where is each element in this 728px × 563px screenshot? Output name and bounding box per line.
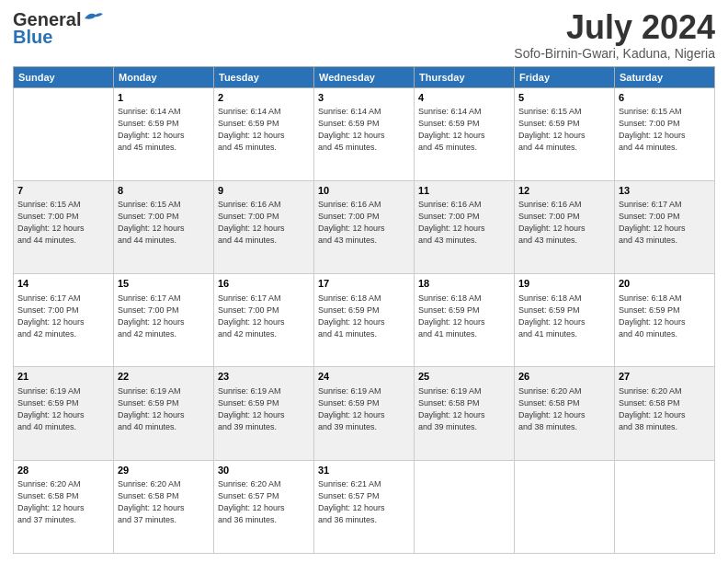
calendar-cell: 5Sunrise: 6:15 AM Sunset: 6:59 PM Daylig… [515,87,615,180]
calendar-cell [615,460,715,553]
calendar-cell: 6Sunrise: 6:15 AM Sunset: 7:00 PM Daylig… [615,87,715,180]
calendar-cell [515,460,615,553]
day-number: 15 [118,277,210,291]
calendar-header-monday: Monday [114,66,214,87]
day-info: Sunrise: 6:18 AM Sunset: 6:59 PM Dayligh… [518,293,610,340]
calendar-header-friday: Friday [515,66,615,87]
day-number: 28 [17,464,109,477]
day-info: Sunrise: 6:20 AM Sunset: 6:58 PM Dayligh… [619,385,711,433]
calendar-week-row: 7Sunrise: 6:15 AM Sunset: 7:00 PM Daylig… [14,180,715,273]
day-number: 14 [17,277,109,291]
day-info: Sunrise: 6:19 AM Sunset: 6:59 PM Dayligh… [118,385,210,433]
calendar-cell: 16Sunrise: 6:17 AM Sunset: 7:00 PM Dayli… [214,274,314,367]
day-info: Sunrise: 6:16 AM Sunset: 7:00 PM Dayligh… [418,199,510,247]
day-info: Sunrise: 6:21 AM Sunset: 6:57 PM Dayligh… [318,478,410,526]
day-info: Sunrise: 6:15 AM Sunset: 6:59 PM Dayligh… [518,106,610,154]
calendar-cell: 21Sunrise: 6:19 AM Sunset: 6:59 PM Dayli… [14,367,114,460]
day-number: 7 [17,184,109,198]
day-number: 1 [118,91,210,105]
calendar-header-tuesday: Tuesday [214,66,314,87]
calendar-cell: 27Sunrise: 6:20 AM Sunset: 6:58 PM Dayli… [615,367,715,460]
day-info: Sunrise: 6:14 AM Sunset: 6:59 PM Dayligh… [218,106,310,154]
calendar-cell: 20Sunrise: 6:18 AM Sunset: 6:59 PM Dayli… [615,274,715,367]
calendar-week-row: 28Sunrise: 6:20 AM Sunset: 6:58 PM Dayli… [14,460,715,553]
day-number: 2 [218,91,310,105]
day-number: 9 [218,184,310,198]
day-info: Sunrise: 6:19 AM Sunset: 6:58 PM Dayligh… [418,385,510,433]
calendar-cell: 3Sunrise: 6:14 AM Sunset: 6:59 PM Daylig… [314,87,415,180]
day-info: Sunrise: 6:16 AM Sunset: 7:00 PM Dayligh… [518,199,610,247]
day-number: 18 [418,277,510,291]
day-number: 23 [218,370,310,384]
day-number: 26 [518,370,610,384]
calendar-cell: 31Sunrise: 6:21 AM Sunset: 6:57 PM Dayli… [314,460,415,553]
calendar-cell: 25Sunrise: 6:19 AM Sunset: 6:58 PM Dayli… [415,367,515,460]
day-info: Sunrise: 6:17 AM Sunset: 7:00 PM Dayligh… [17,293,109,340]
day-number: 10 [318,184,410,198]
calendar-cell: 28Sunrise: 6:20 AM Sunset: 6:58 PM Dayli… [14,460,114,553]
logo: General Blue [13,9,103,48]
day-number: 8 [118,184,210,198]
day-info: Sunrise: 6:18 AM Sunset: 6:59 PM Dayligh… [318,293,410,340]
calendar-cell: 29Sunrise: 6:20 AM Sunset: 6:58 PM Dayli… [114,460,214,553]
calendar-cell: 17Sunrise: 6:18 AM Sunset: 6:59 PM Dayli… [314,274,415,367]
calendar-week-row: 21Sunrise: 6:19 AM Sunset: 6:59 PM Dayli… [14,367,715,460]
calendar-cell: 30Sunrise: 6:20 AM Sunset: 6:57 PM Dayli… [214,460,314,553]
calendar-cell: 15Sunrise: 6:17 AM Sunset: 7:00 PM Dayli… [114,274,214,367]
day-info: Sunrise: 6:14 AM Sunset: 6:59 PM Dayligh… [118,106,210,154]
calendar-cell: 10Sunrise: 6:16 AM Sunset: 7:00 PM Dayli… [314,180,415,273]
calendar-week-row: 1Sunrise: 6:14 AM Sunset: 6:59 PM Daylig… [14,87,715,180]
day-info: Sunrise: 6:18 AM Sunset: 6:59 PM Dayligh… [619,293,711,340]
day-info: Sunrise: 6:16 AM Sunset: 7:00 PM Dayligh… [218,199,310,247]
day-number: 19 [518,277,610,291]
calendar-cell: 22Sunrise: 6:19 AM Sunset: 6:59 PM Dayli… [114,367,214,460]
calendar-cell: 19Sunrise: 6:18 AM Sunset: 6:59 PM Dayli… [515,274,615,367]
day-info: Sunrise: 6:18 AM Sunset: 6:59 PM Dayligh… [418,293,510,340]
calendar-header-saturday: Saturday [615,66,715,87]
day-info: Sunrise: 6:20 AM Sunset: 6:58 PM Dayligh… [17,478,109,526]
day-number: 24 [318,370,410,384]
day-number: 20 [619,277,711,291]
day-number: 3 [318,91,410,105]
day-info: Sunrise: 6:17 AM Sunset: 7:00 PM Dayligh… [118,293,210,340]
calendar-cell: 11Sunrise: 6:16 AM Sunset: 7:00 PM Dayli… [415,180,515,273]
calendar-cell: 9Sunrise: 6:16 AM Sunset: 7:00 PM Daylig… [214,180,314,273]
page: General Blue July 2024 Sofo-Birnin-Gwari… [0,0,728,563]
title-block: July 2024 Sofo-Birnin-Gwari, Kaduna, Nig… [514,9,715,61]
location-subtitle: Sofo-Birnin-Gwari, Kaduna, Nigeria [514,46,715,61]
day-number: 29 [118,464,210,477]
calendar-cell: 23Sunrise: 6:19 AM Sunset: 6:59 PM Dayli… [214,367,314,460]
logo-blue: Blue [13,27,52,48]
day-number: 25 [418,370,510,384]
day-info: Sunrise: 6:20 AM Sunset: 6:58 PM Dayligh… [118,478,210,526]
day-number: 6 [619,91,711,105]
calendar-cell: 1Sunrise: 6:14 AM Sunset: 6:59 PM Daylig… [114,87,214,180]
day-info: Sunrise: 6:15 AM Sunset: 7:00 PM Dayligh… [118,199,210,247]
calendar-table: SundayMondayTuesdayWednesdayThursdayFrid… [13,66,715,554]
day-info: Sunrise: 6:16 AM Sunset: 7:00 PM Dayligh… [318,199,410,247]
calendar-cell: 18Sunrise: 6:18 AM Sunset: 6:59 PM Dayli… [415,274,515,367]
day-number: 22 [118,370,210,384]
day-info: Sunrise: 6:19 AM Sunset: 6:59 PM Dayligh… [218,385,310,433]
month-title: July 2024 [514,9,715,46]
calendar-cell [14,87,114,180]
day-number: 16 [218,277,310,291]
calendar-cell: 14Sunrise: 6:17 AM Sunset: 7:00 PM Dayli… [14,274,114,367]
day-info: Sunrise: 6:17 AM Sunset: 7:00 PM Dayligh… [619,199,711,247]
calendar-cell: 4Sunrise: 6:14 AM Sunset: 6:59 PM Daylig… [415,87,515,180]
calendar-header-sunday: Sunday [14,66,114,87]
calendar-cell: 2Sunrise: 6:14 AM Sunset: 6:59 PM Daylig… [214,87,314,180]
header: General Blue July 2024 Sofo-Birnin-Gwari… [13,9,715,61]
calendar-week-row: 14Sunrise: 6:17 AM Sunset: 7:00 PM Dayli… [14,274,715,367]
day-info: Sunrise: 6:17 AM Sunset: 7:00 PM Dayligh… [218,293,310,340]
calendar-cell: 24Sunrise: 6:19 AM Sunset: 6:59 PM Dayli… [314,367,415,460]
day-info: Sunrise: 6:20 AM Sunset: 6:58 PM Dayligh… [518,385,610,433]
day-number: 11 [418,184,510,198]
day-number: 4 [418,91,510,105]
day-number: 13 [619,184,711,198]
day-number: 27 [619,370,711,384]
day-info: Sunrise: 6:19 AM Sunset: 6:59 PM Dayligh… [318,385,410,433]
day-info: Sunrise: 6:19 AM Sunset: 6:59 PM Dayligh… [17,385,109,433]
calendar-header-thursday: Thursday [415,66,515,87]
calendar-cell: 7Sunrise: 6:15 AM Sunset: 7:00 PM Daylig… [14,180,114,273]
